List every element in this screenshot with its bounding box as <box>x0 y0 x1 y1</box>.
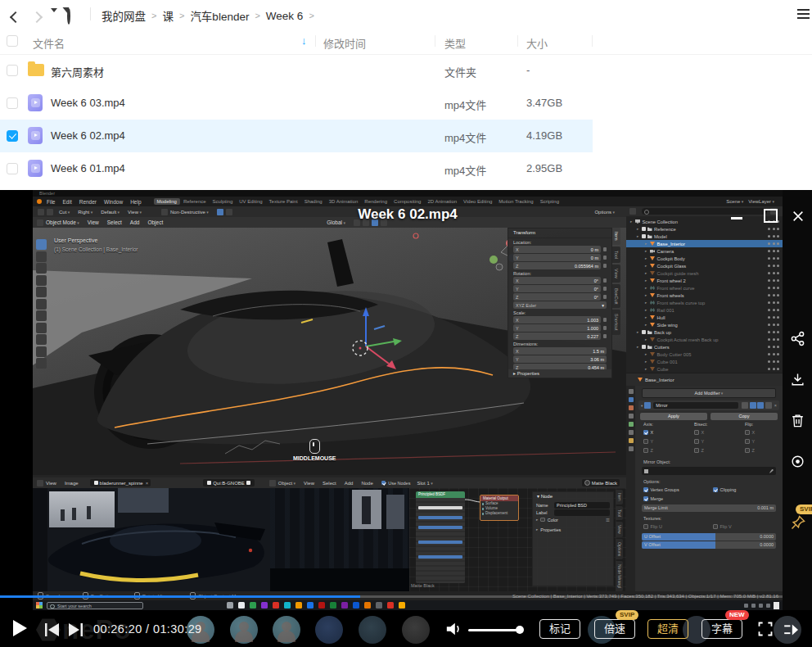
column-header-size[interactable]: 大小 <box>526 35 548 51</box>
volume-slider[interactable] <box>468 629 521 631</box>
divider <box>592 35 593 47</box>
node-panel-tab: Tool <box>616 506 623 520</box>
expand-icon: ▸ <box>645 249 650 253</box>
row-checkbox[interactable] <box>7 130 18 142</box>
video-surface[interactable]: Blender FileEditRenderWindowHelp Modelin… <box>33 190 783 610</box>
history-dropdown[interactable] <box>51 12 57 27</box>
merge-limit-field: Merge Limit0.001 m <box>642 504 776 512</box>
lock-icon <box>603 264 607 268</box>
breadcrumb-separator: > <box>309 11 314 20</box>
lock-icon <box>603 256 607 260</box>
restrict-icons <box>768 316 783 319</box>
column-header-name[interactable]: 文件名 <box>33 35 65 51</box>
trash-icon[interactable] <box>790 413 805 428</box>
outliner-item-label: Body Cutter 005 <box>657 352 692 357</box>
outliner-item: ▸ Model <box>626 233 783 240</box>
close-button[interactable] <box>792 210 805 223</box>
transform-panel: Transform Location: X0 mY0 mZ0.055964 m … <box>508 228 612 378</box>
pin-icon[interactable] <box>790 514 806 531</box>
video-letterbox <box>0 190 33 610</box>
column-header-type[interactable]: 类型 <box>444 35 466 51</box>
next-button[interactable] <box>67 622 83 637</box>
volume-icon[interactable] <box>444 621 462 637</box>
datablock-icon <box>650 249 655 253</box>
image-name: bladerunner_spinne <box>100 481 143 486</box>
column-header-modified[interactable]: 修改时间 <box>323 35 366 51</box>
miniplayer-icon[interactable] <box>783 623 800 636</box>
table-row[interactable]: Week 6 02.mp4 mp4文件 4.19GB <box>0 120 593 152</box>
subtitle-button[interactable]: 字幕 <box>701 619 742 639</box>
mark-button[interactable]: 标记 <box>539 619 580 639</box>
table-row[interactable]: 第六周素材 文件夹 - <box>0 54 593 87</box>
restrict-icons <box>768 235 783 238</box>
speed-button[interactable]: 倍速 <box>594 619 635 639</box>
breadcrumb-item[interactable]: 汽车blender <box>190 7 249 24</box>
eyedropper-icon <box>769 469 774 473</box>
outliner-item: ▸ Side wing <box>626 321 783 328</box>
datablock-icon <box>650 323 655 327</box>
menu-item: Image <box>65 481 79 486</box>
share-icon[interactable] <box>790 331 805 346</box>
dimensions-label: Dimensions: <box>508 340 611 346</box>
minimize-button[interactable] <box>731 217 742 219</box>
axis-value: 1.003 <box>587 318 598 323</box>
file-name[interactable]: Week 6 01.mp4 <box>51 162 125 174</box>
axis-label: Y <box>516 287 519 292</box>
node-socket: Displacement <box>480 511 518 516</box>
axis-label: Z <box>516 264 518 269</box>
seek-bar[interactable] <box>0 595 783 598</box>
app-icon <box>261 602 268 609</box>
outliner-item: ▸ Base_Interior <box>626 240 783 247</box>
select-all-checkbox[interactable] <box>7 35 18 47</box>
fullscreen-icon[interactable] <box>757 621 774 637</box>
refresh-button[interactable] <box>67 9 70 24</box>
breadcrumb-item[interactable]: 课 <box>162 7 174 24</box>
record-icon[interactable] <box>790 454 805 469</box>
outliner-item: ▸ Cutters <box>626 343 783 351</box>
download-icon[interactable] <box>790 372 805 387</box>
origin-marker <box>413 233 418 238</box>
file-name[interactable]: 第六周素材 <box>51 64 104 79</box>
menu-button[interactable] <box>797 7 810 21</box>
expand-icon: ▸ <box>645 242 650 246</box>
row-checkbox[interactable] <box>7 97 18 109</box>
outliner-item: ▸ Front wheel curve <box>626 284 783 292</box>
axis-label: Y <box>516 326 519 331</box>
copy-button: Copy <box>710 413 778 420</box>
properties-collapsed-panel: ▸ Properties <box>508 369 611 378</box>
app-icon <box>273 602 279 609</box>
datablock-icon <box>650 308 655 312</box>
app-icon <box>376 602 382 609</box>
clipping-checkbox: Clipping <box>713 487 736 492</box>
folder-icon <box>28 64 44 76</box>
app-icon <box>387 602 394 609</box>
back-button[interactable] <box>11 10 20 25</box>
outliner-item-label: Front wheels curve top <box>657 301 706 305</box>
axis-value: 0 m <box>591 256 598 260</box>
play-button[interactable] <box>13 620 27 636</box>
forward-button[interactable] <box>33 10 41 25</box>
volume-knob[interactable] <box>516 626 524 634</box>
table-row[interactable]: Week 6 01.mp4 mp4文件 2.95GB <box>0 152 593 185</box>
breadcrumb-item[interactable]: 我的网盘 <box>102 7 146 24</box>
table-row[interactable]: Week 6 03.mp4 mp4文件 3.47GB <box>0 87 593 120</box>
file-name[interactable]: Week 6 02.mp4 <box>51 129 125 142</box>
outliner-item-label: Cockpit Glass <box>657 264 687 269</box>
axis-label: Y <box>516 357 519 362</box>
file-type: mp4文件 <box>444 97 486 112</box>
expand-icon: ▸ <box>645 352 650 356</box>
file-name[interactable]: Week 6 03.mp4 <box>51 97 125 109</box>
row-checkbox[interactable] <box>7 65 18 76</box>
row-checkbox[interactable] <box>7 163 18 174</box>
quality-button[interactable]: 超清 <box>647 619 688 639</box>
sort-desc-icon[interactable]: ↓ <box>301 34 307 47</box>
breadcrumb-item[interactable]: Week 6 <box>266 10 304 22</box>
modifier-name-field: Mirror <box>653 402 738 409</box>
restrict-icons <box>768 242 783 245</box>
previous-button[interactable] <box>44 622 61 637</box>
refresh-icon <box>67 7 70 25</box>
chevron-down-icon <box>51 8 57 26</box>
axis-y-checkbox: Y <box>643 439 653 444</box>
maximize-button[interactable] <box>764 209 778 223</box>
options-label: Options: <box>643 479 660 484</box>
